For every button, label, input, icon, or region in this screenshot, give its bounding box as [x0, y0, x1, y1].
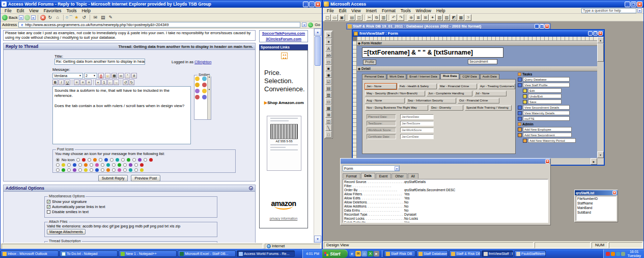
admin-task-button[interactable]: Add New Employee	[523, 127, 572, 132]
menu-item[interactable]: Help	[79, 8, 93, 13]
property-row[interactable]: Data Entry No	[343, 208, 548, 212]
mail-icon[interactable]: ✉	[92, 14, 99, 20]
numbered-list-button[interactable]: 1	[101, 80, 107, 85]
threecircles-link[interactable]: 3CirclesForum.com	[260, 36, 307, 42]
object-selector-combo[interactable]: Form ▼	[343, 165, 400, 171]
ie-quicklaunch-icon[interactable]: e	[349, 251, 355, 256]
textbox-tool-icon[interactable]: ab	[325, 51, 332, 58]
smiley-icon[interactable]	[195, 76, 200, 81]
submit-reply-button[interactable]: Submit Reply	[98, 175, 128, 182]
field-list-item[interactable]: StaffName	[576, 201, 616, 205]
form-tab[interactable]: Personal Data	[362, 74, 386, 79]
field-value-box[interactable]: JanNewDate	[400, 114, 434, 119]
field-list-titlebar[interactable]: qryStaffList ✕	[575, 190, 618, 195]
close-button[interactable]: ✕	[637, 2, 642, 7]
property-row[interactable]: Record Source qryStaffDetails	[343, 179, 548, 184]
no-icon-radio[interactable]	[56, 158, 60, 162]
admin-task-button[interactable]: Add New Secondment	[523, 133, 572, 137]
checkbox-tool-icon[interactable]: ☑	[325, 78, 332, 85]
menu-item[interactable]: View	[26, 8, 41, 13]
align-left-button[interactable]: ≡	[74, 80, 79, 85]
print-icon[interactable]: ▤	[349, 14, 355, 21]
field-value-box[interactable]: JanCertDate	[400, 134, 434, 139]
task-item[interactable]: Save	[518, 99, 576, 105]
field-label-box[interactable]: Workbook Score:	[367, 127, 396, 133]
taskbar-button[interactable]: To Do.txt - Notepad	[60, 250, 118, 257]
post-icon-radio[interactable]	[67, 163, 71, 167]
menu-item[interactable]: Favorites	[41, 8, 64, 13]
minimize-button[interactable]: _	[588, 31, 593, 36]
field-list-item[interactable]: FileNumberID	[576, 196, 616, 201]
property-value[interactable]: No Locks	[404, 217, 548, 220]
name-expression-textbox[interactable]: =[txtForename] & " " & [txtSurname]	[362, 47, 503, 58]
browser-scrollbar[interactable]: ▲ ▼	[314, 29, 321, 243]
preview-post-button[interactable]: Preview Post	[131, 175, 160, 182]
listbox-tool-icon[interactable]: ▥	[325, 91, 332, 98]
task-item[interactable]: View Maternity Details	[518, 110, 576, 116]
scroll-up-icon[interactable]: ▲	[597, 37, 604, 43]
smiley-icon[interactable]	[202, 95, 207, 99]
field-label-box[interactable]: Certificate Date:	[367, 134, 396, 139]
taskbar-button[interactable]: FsubStaffMemberStatus ...	[514, 250, 546, 257]
close-button[interactable]: ✕	[612, 191, 617, 195]
taskbar-button[interactable]: Access World Forums - Re...	[237, 250, 295, 257]
post-icon-radio[interactable]	[123, 168, 127, 172]
new-object-icon[interactable]: ▩	[458, 14, 464, 21]
menu-item[interactable]: Format	[379, 8, 398, 13]
taskbar-button[interactable]: Inbox - Microsoft Outlook	[1, 250, 59, 257]
task-item[interactable]: View Staff Profile	[518, 82, 576, 88]
taskbar-button[interactable]: Staff Database	[416, 250, 448, 257]
post-icon-radio[interactable]	[56, 168, 60, 172]
code-icon[interactable]: ▧	[436, 14, 443, 21]
undo-button[interactable]: ↺	[123, 80, 128, 85]
redo-icon[interactable]: ↷	[398, 14, 404, 21]
property-row[interactable]: Record Locks No Locks	[343, 216, 548, 220]
month-button[interactable]: Jan - None	[365, 84, 397, 89]
smiley-button[interactable]: ☺	[105, 73, 110, 79]
go-label[interactable]: Go	[315, 22, 320, 27]
access-titlebar[interactable]: Microsoft Access _ ❐ ✕	[323, 1, 643, 8]
new-icon[interactable]: ▢	[324, 14, 331, 21]
toolbox-icon[interactable]: ⊞	[422, 14, 429, 21]
smilies-scrollbar[interactable]: ▲▼	[207, 75, 211, 119]
post-icon-radio[interactable]	[132, 158, 136, 162]
outlook-quicklaunch-icon[interactable]: ✉	[355, 251, 361, 256]
field-list-item[interactable]: MainBand	[576, 205, 616, 210]
minimize-button[interactable]: _	[303, 2, 309, 7]
title-input[interactable]: Re: Getting data from another form to di…	[54, 59, 145, 65]
month-button[interactable]: Mar - Financial Crime	[438, 84, 477, 89]
manage-attachments-button[interactable]: Manage Attachments	[47, 229, 86, 235]
property-row[interactable]: Order By qryStaffDetails.Secondment DESC	[343, 188, 548, 192]
minimize-button[interactable]: _	[625, 2, 630, 7]
forward-icon[interactable]: →	[24, 15, 30, 20]
property-value[interactable]: No	[404, 209, 548, 212]
post-icon-radio[interactable]	[144, 158, 147, 162]
properties-tab[interactable]: Format	[343, 173, 360, 178]
properties-tab[interactable]: Event	[376, 173, 391, 178]
paste-icon[interactable]: ▥	[380, 14, 387, 21]
post-icon-radio[interactable]	[101, 163, 104, 167]
post-icon-radio[interactable]	[99, 158, 102, 162]
month-button[interactable]: Dec - Diversity	[430, 105, 463, 111]
scroll-right-icon[interactable]: ▶	[591, 158, 597, 165]
insert-hyperlink-icon[interactable]: ⊕	[408, 14, 414, 21]
properties-tab[interactable]: Other	[391, 173, 407, 178]
command-button-icon[interactable]: ▭	[325, 98, 332, 105]
month-button[interactable]: May - Security (Branch / Non-Branch)	[365, 91, 425, 96]
task-button[interactable]: View Staff Profile	[523, 83, 570, 87]
post-icon-radio[interactable]	[110, 158, 114, 162]
scrollbar-thumb[interactable]	[597, 43, 604, 62]
checkbox[interactable]	[47, 210, 50, 214]
username-link[interactable]: CBrighton	[194, 60, 211, 64]
post-icon-radio[interactable]	[134, 168, 138, 172]
redo-button[interactable]: ↻	[129, 80, 134, 85]
bullet-list-button[interactable]: •	[95, 80, 101, 85]
help-dropdown-icon[interactable]: ▼	[637, 8, 642, 13]
property-row[interactable]: Filter	[343, 184, 548, 188]
align-center-button[interactable]: ≡	[80, 80, 86, 85]
excel-quicklaunch-icon[interactable]: X	[368, 251, 373, 256]
message-textarea[interactable]: Sounds like a subform to me, that will h…	[52, 86, 191, 144]
tray-icon-red[interactable]	[606, 252, 610, 256]
cut-icon[interactable]: ✂	[366, 14, 373, 21]
tab-control-icon[interactable]: ⊞	[325, 111, 332, 118]
